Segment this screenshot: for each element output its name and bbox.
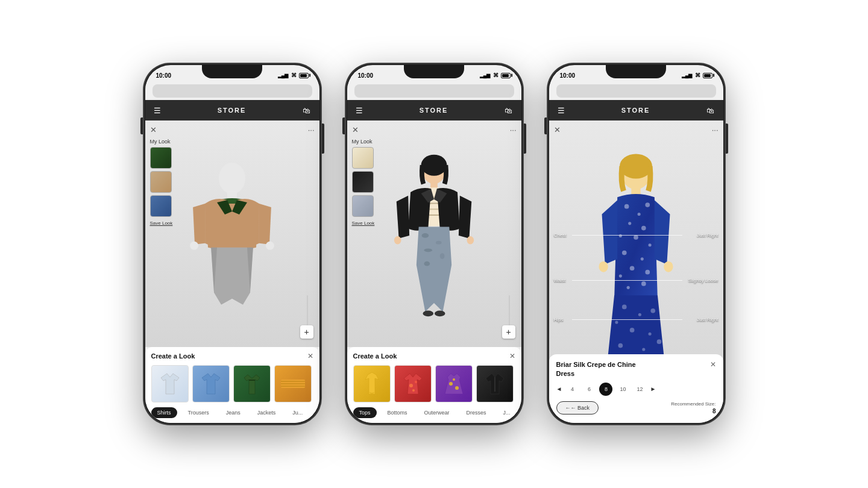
svg-point-39 [641, 257, 644, 260]
size-next[interactable]: ► [650, 386, 656, 392]
app-nav-3: ☰ STORE 🛍 [549, 100, 723, 120]
svg-point-52 [642, 348, 645, 351]
size-4[interactable]: 4 [565, 383, 579, 396]
thumb-shirt-1[interactable] [150, 147, 172, 169]
svg-point-46 [638, 313, 641, 316]
waist-value: Slightly Loose [682, 278, 719, 283]
signal-3: ▂▄▆ [682, 73, 693, 78]
size-prev[interactable]: ◄ [556, 386, 562, 392]
svg-point-51 [618, 343, 623, 348]
waist-line: Waist Slightly Loose [549, 278, 723, 283]
viewer-3: ✕ ··· [549, 120, 723, 423]
size-10[interactable]: 10 [616, 383, 629, 396]
pill-bottoms[interactable]: Bottoms [382, 407, 414, 418]
pill-shirts[interactable]: Shirts [151, 407, 177, 418]
close-btn-2[interactable]: ✕ [352, 125, 359, 134]
viewer-1: ✕ ··· My Look Save Look [145, 120, 319, 347]
app-nav-2: ☰ STORE 🛍 [347, 100, 521, 120]
product-1-1[interactable] [151, 365, 189, 402]
svg-point-13 [436, 241, 442, 245]
pill-more-1[interactable]: Ju... [286, 407, 309, 418]
svg-point-56 [599, 261, 608, 272]
svg-point-50 [649, 333, 652, 336]
svg-point-12 [422, 233, 429, 238]
product-1-3[interactable] [233, 365, 271, 402]
search-bar-1[interactable] [153, 84, 312, 98]
bag-icon-2[interactable]: 🛍 [505, 106, 512, 115]
svg-point-2 [190, 242, 198, 250]
menu-icon-2[interactable]: ☰ [356, 106, 363, 115]
size-selector: ◄ 4 6 8 10 12 ► [556, 383, 716, 396]
more-btn-3[interactable]: ··· [712, 125, 719, 134]
pill-dresses[interactable]: Dresses [461, 407, 492, 418]
more-btn-1[interactable]: ··· [308, 125, 315, 134]
svg-point-43 [627, 286, 630, 289]
recommended-size: Recommended Size: 8 [671, 401, 715, 416]
search-bar-3[interactable] [556, 84, 716, 98]
product-2-3[interactable] [435, 365, 473, 402]
svg-point-34 [641, 226, 646, 231]
create-look-header-2: Create a Look ✕ [353, 352, 515, 360]
pill-outerwear[interactable]: Outerwear [418, 407, 456, 418]
thumb-jeans-1[interactable] [150, 195, 172, 217]
search-area-1 [145, 82, 319, 100]
product-1-4[interactable] [274, 365, 312, 402]
svg-point-47 [650, 308, 655, 313]
close-panel-1[interactable]: ✕ [307, 352, 313, 360]
svg-point-24 [449, 382, 453, 386]
zoom-btn-2[interactable]: + [502, 325, 515, 339]
svg-rect-8 [281, 386, 305, 387]
app-nav-1: ☰ STORE 🛍 [145, 100, 319, 120]
close-panel-2[interactable]: ✕ [509, 352, 515, 360]
product-2-4[interactable] [476, 365, 514, 402]
battery-2 [501, 73, 511, 78]
thumb-jacket-2[interactable] [352, 171, 374, 193]
product-2-1[interactable] [353, 365, 391, 402]
time-3: 10:00 [560, 72, 576, 79]
menu-icon-3[interactable]: ☰ [558, 106, 565, 115]
svg-point-0 [219, 163, 245, 194]
chest-label: Chest [554, 233, 572, 238]
size-6[interactable]: 6 [582, 383, 596, 396]
menu-icon-1[interactable]: ☰ [154, 106, 161, 115]
close-btn-3[interactable]: ✕ [554, 125, 561, 134]
notch-1 [202, 65, 262, 78]
pill-jeans[interactable]: Jeans [220, 407, 247, 418]
search-bar-2[interactable] [354, 84, 514, 98]
product-detail-card: Briar Silk Crepe de Chine Dress ✕ ◄ 4 6 … [549, 354, 723, 423]
product-2-2[interactable] [394, 365, 432, 402]
svg-point-10 [421, 155, 447, 176]
notch-3 [606, 65, 666, 78]
close-btn-1[interactable]: ✕ [150, 125, 157, 134]
save-look-1[interactable]: Save Look [150, 221, 173, 226]
pill-more-2[interactable]: J... [497, 407, 515, 418]
bag-icon-3[interactable]: 🛍 [706, 106, 714, 115]
size-12[interactable]: 12 [633, 383, 646, 396]
phone-1: 10:00 ▂▄▆ ⌘ ☰ STORE 🛍 ✕ [143, 63, 321, 425]
back-button[interactable]: ← ← Back [556, 401, 599, 414]
hips-value: Just Right [682, 317, 719, 322]
svg-point-3 [266, 242, 274, 250]
more-btn-2[interactable]: ··· [510, 125, 517, 134]
thumb-pants-1[interactable] [150, 171, 172, 193]
svg-rect-7 [281, 383, 305, 384]
zoom-line-2 [509, 295, 510, 325]
thumb-jeans-2[interactable] [352, 195, 374, 217]
pill-trousers[interactable]: Trousers [182, 407, 215, 418]
pill-jackets[interactable]: Jackets [251, 407, 282, 418]
viewer-controls-3: ✕ ··· [554, 125, 719, 134]
svg-point-42 [645, 270, 650, 275]
category-pills-1: Shirts Trousers Jeans Jackets Ju... [151, 407, 313, 418]
save-look-2[interactable]: Save Look [352, 221, 375, 226]
zoom-btn-1[interactable]: + [300, 325, 313, 339]
waist-label: Waist [554, 278, 572, 283]
size-8[interactable]: 8 [599, 383, 612, 396]
svg-point-37 [649, 243, 652, 246]
product-1-2[interactable] [192, 365, 230, 402]
pill-tops[interactable]: Tops [353, 407, 377, 418]
close-card-btn[interactable]: ✕ [710, 360, 716, 369]
bag-icon-1[interactable]: 🛍 [303, 106, 310, 115]
my-look-thumbs-1 [150, 147, 173, 217]
viewer-2: ✕ ··· My Look Save Look [347, 120, 521, 347]
thumb-top-2[interactable] [352, 147, 374, 169]
